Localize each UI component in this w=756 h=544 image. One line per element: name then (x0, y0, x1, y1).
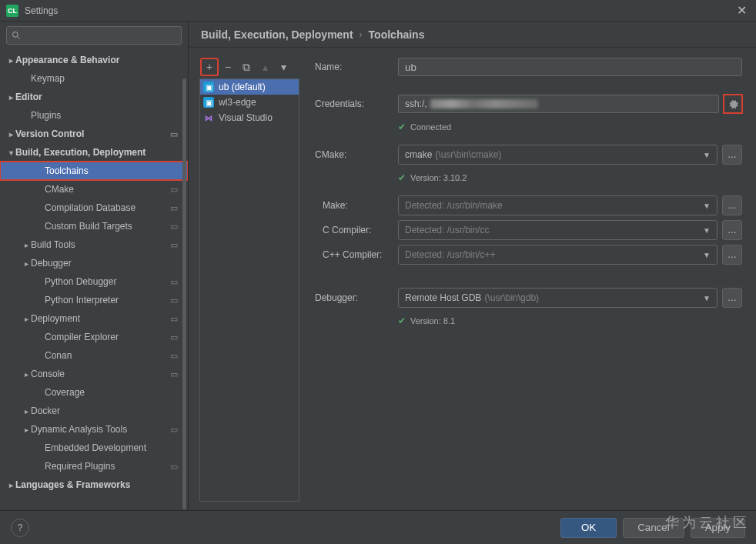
cmake-label: CMake: (315, 149, 398, 160)
cxx-label: C++ Compiler: (315, 249, 398, 260)
name-input[interactable] (398, 58, 742, 76)
sidebar-item-label: Languages & Frameworks (15, 479, 188, 490)
sidebar-item[interactable]: Appearance & Behavior (0, 51, 188, 69)
make-combo[interactable]: Detected: /usr/bin/make▼ (398, 195, 718, 215)
credentials-gear-icon[interactable] (724, 95, 742, 113)
check-icon: ✔ (398, 172, 406, 183)
arrow-icon (6, 56, 15, 65)
sidebar-item-label: Console (31, 369, 168, 379)
make-label: Make: (315, 200, 398, 211)
sidebar-item-label: Editor (15, 92, 188, 102)
settings-tree[interactable]: Appearance & BehaviorKeymapEditorPlugins… (0, 49, 188, 510)
sidebar-item-label: Compiler Explorer (45, 332, 168, 342)
sidebar-item-label: Required Plugins (45, 461, 168, 472)
list-item-label: ub (default) (219, 82, 266, 92)
remove-button[interactable]: − (219, 58, 236, 75)
sidebar-item[interactable]: Custom Build Targets▭ (0, 217, 188, 235)
sidebar-item-label: Keymap (31, 73, 188, 84)
window-title: Settings (25, 5, 734, 16)
add-button[interactable]: + (201, 58, 218, 75)
chevron-down-icon: ▼ (703, 294, 711, 302)
sidebar-item[interactable]: Compilation Database▭ (0, 199, 188, 217)
sidebar-item-label: Coverage (45, 387, 188, 398)
arrow-icon (22, 426, 31, 434)
scrollbar[interactable] (182, 48, 188, 510)
sidebar-item[interactable]: Conan▭ (0, 346, 188, 365)
sidebar-item[interactable]: Toolchains (0, 162, 188, 180)
breadcrumb-section[interactable]: Build, Execution, Deployment (201, 28, 353, 41)
sidebar-item[interactable]: Compiler Explorer▭ (0, 328, 188, 346)
debugger-combo[interactable]: Remote Host GDB(\usr\bin\gdb)▼ (398, 288, 718, 308)
project-badge-icon: ▭ (168, 275, 180, 288)
project-badge-icon: ▭ (168, 312, 180, 325)
chevron-right-icon: › (360, 29, 363, 40)
list-item[interactable]: ▣ub (default) (200, 79, 299, 95)
search-input[interactable] (24, 30, 176, 41)
make-browse-button[interactable]: … (722, 195, 742, 215)
sidebar-item-label: Custom Build Targets (45, 221, 168, 232)
sidebar-item[interactable]: Keymap (0, 69, 188, 88)
project-badge-icon: ▭ (168, 202, 180, 214)
sidebar-item[interactable]: Embedded Development (0, 439, 188, 457)
cmake-browse-button[interactable]: … (722, 145, 742, 165)
sidebar-item[interactable]: Required Plugins▭ (0, 457, 188, 476)
list-toolbar: + − ⧉ ▴ ▾ (199, 57, 299, 77)
sidebar-item[interactable]: Coverage (0, 383, 188, 402)
cxx-combo[interactable]: Detected: /usr/bin/c++▼ (398, 245, 718, 265)
project-badge-icon: ▭ (168, 423, 180, 436)
cmake-status: Version: 3.10.2 (410, 173, 467, 182)
move-up-button[interactable]: ▴ (256, 58, 273, 75)
arrow-icon (22, 407, 31, 416)
sidebar-item[interactable]: Languages & Frameworks (0, 476, 188, 494)
list-item[interactable]: ▣wl3-edge (200, 95, 299, 110)
list-item-label: Visual Studio (219, 112, 273, 123)
sidebar-item[interactable]: Plugins (0, 106, 188, 125)
check-icon: ✔ (398, 315, 406, 326)
project-badge-icon: ▭ (168, 220, 180, 232)
sidebar-item-label: Version Control (15, 128, 168, 139)
cc-browse-button[interactable]: … (722, 220, 742, 240)
move-down-button[interactable]: ▾ (275, 58, 292, 75)
sidebar-item[interactable]: Python Interpreter▭ (0, 291, 188, 309)
ok-button[interactable]: OK (560, 518, 617, 538)
search-input-wrapper[interactable] (6, 26, 182, 45)
sidebar-item[interactable]: Build Tools▭ (0, 235, 188, 254)
credentials-redacted (430, 99, 538, 108)
breadcrumb: Build, Execution, Deployment › Toolchain… (189, 22, 756, 48)
close-icon[interactable]: ✕ (734, 3, 750, 18)
titlebar: CL Settings ✕ (0, 0, 756, 22)
name-label: Name: (315, 62, 398, 72)
arrow-icon (22, 315, 31, 323)
credentials-input[interactable]: ssh:/, (398, 95, 719, 113)
copy-button[interactable]: ⧉ (238, 58, 255, 75)
cc-combo[interactable]: Detected: /usr/bin/cc▼ (398, 220, 718, 240)
list-item[interactable]: ⋈Visual Studio (200, 110, 299, 125)
help-button[interactable]: ? (11, 519, 29, 537)
toolchain-list[interactable]: ▣ub (default)▣wl3-edge⋈Visual Studio (199, 78, 299, 502)
cancel-button[interactable]: Cancel (623, 518, 684, 538)
sidebar-item[interactable]: Version Control▭ (0, 125, 188, 143)
cxx-browse-button[interactable]: … (722, 245, 742, 265)
project-badge-icon: ▭ (168, 239, 180, 251)
sidebar-item[interactable]: Debugger (0, 254, 188, 272)
toolchain-form: Name: Credentials: ssh:/, ✔Con (299, 57, 745, 510)
sidebar-item[interactable]: Editor (0, 88, 188, 106)
settings-sidebar: Appearance & BehaviorKeymapEditorPlugins… (0, 22, 189, 510)
sidebar-item[interactable]: Python Debugger▭ (0, 272, 188, 291)
chevron-down-icon: ▼ (703, 202, 711, 210)
sidebar-item[interactable]: Docker (0, 402, 188, 420)
sidebar-item-label: Plugins (31, 110, 188, 121)
sidebar-item[interactable]: Dynamic Analysis Tools▭ (0, 420, 188, 439)
arrow-icon (6, 481, 15, 489)
chevron-down-icon: ▼ (703, 226, 711, 235)
sidebar-item-label: Python Debugger (45, 276, 168, 287)
sidebar-item[interactable]: Build, Execution, Deployment (0, 143, 188, 162)
sidebar-item[interactable]: Console▭ (0, 365, 188, 383)
apply-button[interactable]: Apply (691, 518, 745, 538)
debugger-browse-button[interactable]: … (722, 288, 742, 308)
cmake-combo[interactable]: cmake(\usr\bin\cmake)▼ (398, 145, 718, 165)
search-icon (12, 31, 21, 40)
cc-label: C Compiler: (315, 225, 398, 235)
sidebar-item[interactable]: CMake▭ (0, 180, 188, 199)
sidebar-item[interactable]: Deployment▭ (0, 309, 188, 328)
